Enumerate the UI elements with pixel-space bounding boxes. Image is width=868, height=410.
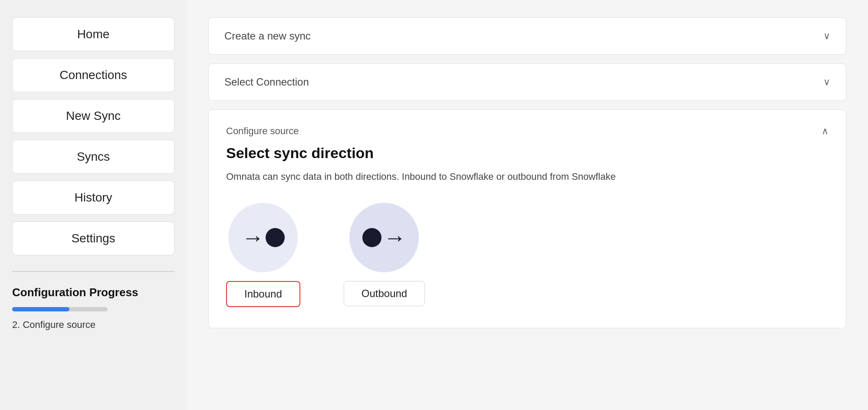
inbound-icon-circle[interactable]: →	[228, 203, 298, 272]
outbound-button[interactable]: Outbound	[344, 281, 425, 306]
inbound-button[interactable]: Inbound	[226, 281, 300, 307]
create-sync-label: Create a new sync	[224, 30, 311, 42]
configure-source-title: Select sync direction	[226, 145, 829, 162]
create-sync-header[interactable]: Create a new sync ∨	[209, 18, 846, 54]
inbound-arrow-icon: →	[241, 226, 285, 249]
config-progress-title: Configuration Progress	[12, 286, 174, 299]
configure-source-desc: Omnata can sync data in both directions.…	[226, 169, 829, 184]
outbound-arrow-symbol: →	[383, 226, 406, 249]
sidebar-item-new-sync[interactable]: New Sync	[12, 99, 174, 133]
configure-source-panel: Configure source ∧ Select sync direction…	[208, 109, 846, 328]
select-connection-label: Select Connection	[224, 76, 309, 88]
config-progress-section: Configuration Progress 2. Configure sour…	[12, 284, 174, 331]
sidebar-item-home[interactable]: Home	[12, 17, 174, 51]
direction-options: → Inbound → Outbound	[226, 203, 829, 307]
inbound-dot	[266, 228, 285, 247]
main-content: Create a new sync ∨ Select Connection ∨ …	[187, 0, 868, 410]
configure-source-header: Configure source ∧	[226, 126, 829, 141]
configure-source-label: Configure source	[226, 126, 299, 137]
outbound-option: → Outbound	[344, 203, 425, 306]
inbound-arrow-symbol: →	[241, 226, 264, 249]
progress-bar-fill	[12, 307, 69, 311]
config-step-text: 2. Configure source	[12, 319, 174, 331]
create-sync-chevron: ∨	[823, 30, 830, 42]
create-sync-accordion[interactable]: Create a new sync ∨	[208, 17, 846, 55]
outbound-icon-circle[interactable]: →	[349, 203, 419, 272]
outbound-dot	[362, 228, 381, 247]
sidebar: HomeConnectionsNew SyncSyncsHistorySetti…	[0, 0, 187, 410]
select-connection-accordion[interactable]: Select Connection ∨	[208, 63, 846, 101]
sidebar-item-syncs[interactable]: Syncs	[12, 140, 174, 174]
inbound-option: → Inbound	[226, 203, 300, 307]
nav-menu: HomeConnectionsNew SyncSyncsHistorySetti…	[12, 17, 174, 262]
sidebar-item-connections[interactable]: Connections	[12, 58, 174, 92]
configure-source-chevron: ∧	[822, 126, 829, 137]
sidebar-item-settings[interactable]: Settings	[12, 222, 174, 255]
select-connection-chevron: ∨	[823, 76, 830, 88]
sidebar-item-history[interactable]: History	[12, 181, 174, 215]
nav-divider	[12, 271, 174, 272]
progress-bar-track	[12, 307, 108, 311]
outbound-arrow-icon: →	[362, 226, 406, 249]
select-connection-header[interactable]: Select Connection ∨	[209, 64, 846, 100]
